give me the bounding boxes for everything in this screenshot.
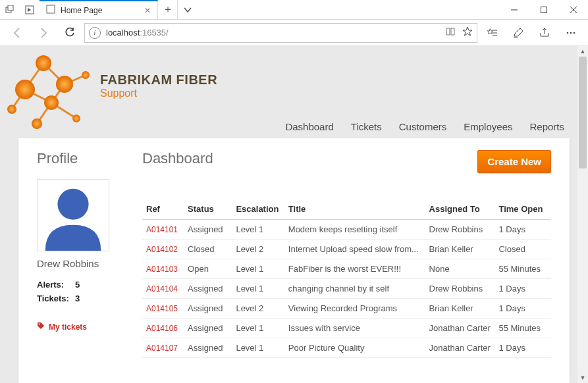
tickets-table: Ref Status Escalation Title Assigned To … (142, 199, 551, 358)
svg-point-33 (39, 324, 40, 325)
avatar (37, 179, 109, 251)
col-title: Title (284, 199, 425, 220)
profile-heading: Profile (37, 150, 122, 167)
page-favicon (46, 5, 55, 16)
ticket-title: Viewing Recorded Programs (284, 299, 425, 319)
back-button[interactable] (5, 21, 29, 45)
browser-tab-bar: Home Page ✕ ＋ (0, 0, 588, 20)
table-row: A014103OpenLevel 1FabFiber is the worst … (142, 259, 551, 279)
ticket-status: Assigned (184, 338, 232, 358)
ticket-time: 1 Days (494, 299, 551, 319)
window-close-button[interactable] (558, 0, 588, 19)
svg-point-29 (82, 71, 90, 79)
ticket-ref-link[interactable]: A014107 (146, 344, 178, 353)
ticket-assigned: Jonathan Carter (425, 338, 495, 358)
brand-name: FABRIKAM FIBER (100, 72, 217, 88)
ticket-title: Modem keeps resetting itself (284, 220, 425, 240)
svg-point-13 (570, 32, 572, 34)
col-assigned: Assigned To (425, 199, 495, 220)
svg-rect-3 (47, 5, 55, 13)
share-icon[interactable] (533, 21, 556, 45)
ticket-escalation: Level 1 (232, 279, 284, 299)
ticket-ref-link[interactable]: A014103 (146, 265, 178, 274)
ticket-status: Assigned (184, 299, 232, 319)
favorites-list-icon[interactable] (480, 21, 504, 45)
table-row: A014104AssignedLevel 1changing channel b… (142, 279, 551, 299)
ticket-status: Assigned (184, 319, 232, 338)
tickets-value: 3 (75, 294, 80, 303)
svg-point-30 (72, 115, 80, 122)
set-aside-tabs-icon[interactable] (20, 0, 40, 19)
ticket-title: Internet Upload speed slow from... (284, 240, 425, 259)
tag-icon (37, 322, 45, 332)
svg-rect-5 (541, 7, 547, 13)
forward-button[interactable] (32, 21, 55, 45)
window-minimize-button[interactable] (499, 0, 529, 19)
table-row: A014106AssignedLevel 1Issues with servic… (142, 319, 551, 338)
ticket-ref-link[interactable]: A014105 (146, 304, 178, 313)
svg-point-14 (574, 32, 575, 34)
col-status: Status (184, 199, 232, 220)
notes-icon[interactable] (506, 21, 530, 45)
more-icon[interactable] (559, 21, 583, 45)
create-new-button[interactable]: Create New (477, 150, 551, 173)
ticket-ref-link[interactable]: A014104 (146, 284, 178, 294)
my-tickets-link[interactable]: My tickets (37, 322, 122, 332)
ticket-title: Issues with service (284, 319, 425, 338)
svg-point-27 (7, 105, 16, 114)
ticket-title: FabFiber is the worst EVER!!! (284, 259, 425, 279)
ticket-time: 55 Minutes (494, 319, 551, 338)
brand-logo (5, 51, 97, 140)
ticket-ref-link[interactable]: A014102 (146, 245, 178, 254)
table-row: A014105AssignedLevel 2Viewing Recorded P… (142, 299, 551, 319)
close-tab-icon[interactable]: ✕ (144, 6, 151, 15)
svg-point-26 (44, 95, 59, 110)
nav-reports[interactable]: Reports (529, 121, 564, 132)
brand-subtitle: Support (100, 88, 217, 99)
ticket-time: 55 Minutes (494, 259, 551, 279)
ticket-assigned: Drew Robbins (425, 220, 495, 240)
window-maximize-button[interactable] (529, 0, 558, 19)
page-viewport: ▲ ▼ (0, 46, 588, 383)
ticket-escalation: Level 2 (232, 299, 284, 319)
nav-customers[interactable]: Customers (399, 121, 447, 132)
ticket-ref-link[interactable]: A014101 (146, 225, 178, 234)
browser-toolbar: i localhost:16535/ (0, 20, 588, 46)
svg-point-23 (36, 55, 51, 71)
svg-point-32 (57, 189, 88, 220)
reading-view-icon[interactable] (445, 26, 456, 39)
refresh-button[interactable] (58, 21, 82, 45)
ticket-ref-link[interactable]: A014106 (146, 324, 178, 333)
address-bar[interactable]: i localhost:16535/ (84, 23, 477, 43)
ticket-assigned: Jonathan Carter (425, 319, 495, 338)
nav-employees[interactable]: Employees (464, 121, 512, 132)
col-ref: Ref (142, 199, 184, 220)
ticket-title: Poor Picture Quality (284, 338, 425, 358)
new-tab-button[interactable]: ＋ (158, 0, 178, 19)
tickets-label: Tickets: (37, 294, 75, 303)
ticket-escalation: Level 1 (232, 338, 284, 358)
nav-tickets[interactable]: Tickets (351, 121, 382, 132)
svg-point-25 (56, 76, 73, 93)
scroll-down-icon[interactable]: ▼ (577, 372, 588, 383)
nav-dashboard[interactable]: Dashboard (285, 121, 333, 132)
alerts-label: Alerts: (37, 280, 75, 290)
svg-point-28 (32, 118, 42, 129)
tab-title: Home Page (61, 6, 102, 15)
tab-actions-icon[interactable] (0, 0, 20, 19)
ticket-time: 1 Days (494, 338, 551, 358)
browser-tab[interactable]: Home Page ✕ (40, 0, 158, 19)
ticket-assigned: Brian Keller (425, 240, 495, 259)
ticket-escalation: Level 1 (232, 259, 284, 279)
site-info-icon[interactable]: i (89, 27, 101, 39)
url-host: localhost (106, 28, 140, 38)
ticket-escalation: Level 2 (232, 240, 284, 259)
col-escalation: Escalation (232, 199, 284, 220)
ticket-assigned: Drew Robbins (425, 279, 495, 299)
my-tickets-label: My tickets (49, 322, 87, 332)
ticket-assigned: None (425, 259, 495, 279)
tab-chevron-icon[interactable] (178, 0, 198, 19)
alerts-value: 5 (75, 280, 80, 290)
ticket-status: Open (184, 259, 232, 279)
favorite-star-icon[interactable] (462, 26, 473, 39)
